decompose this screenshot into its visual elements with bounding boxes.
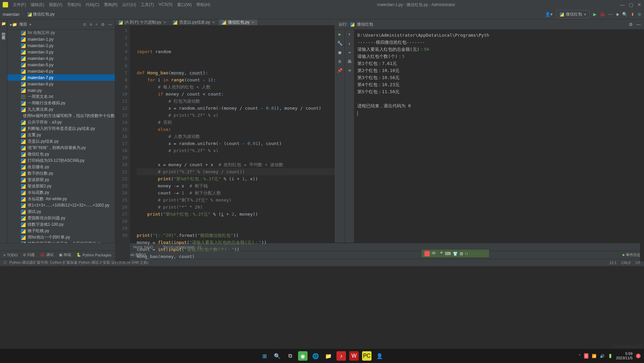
tree-item[interactable]: maierdan-2.py xyxy=(7,42,115,49)
tree-item[interactable]: maierdan-8.py xyxy=(7,81,115,87)
ime-icon[interactable]: S xyxy=(584,353,588,359)
clear-icon[interactable]: ⌫ xyxy=(348,68,351,73)
menu-item[interactable]: 编辑(E) xyxy=(29,1,46,9)
netease-icon[interactable]: ♪ xyxy=(336,351,346,361)
close-tab-icon[interactable]: ✕ xyxy=(252,21,254,24)
search-everywhere-icon[interactable]: 🔍 xyxy=(622,12,627,17)
gutter[interactable]: 1234567891011121314151617181920212223242… xyxy=(115,26,130,261)
rerun-icon[interactable]: ▶ xyxy=(339,32,341,37)
menu-item[interactable]: VCS(S) xyxy=(157,1,174,9)
more-run-icon[interactable]: ⋯ xyxy=(608,12,613,17)
tree-item[interactable]: 求1+2+3+......+100和12+22+32+......+1002.p… xyxy=(7,202,115,209)
run-config-selector[interactable]: 微信红包 ▾ xyxy=(556,10,590,19)
tree-item[interactable]: 斐波那契2.py xyxy=(7,183,115,189)
close-icon[interactable]: ✕ xyxy=(637,2,641,7)
notification-badge-icon[interactable]: 2 xyxy=(636,354,641,358)
problems-tab[interactable]: ⊘ 问题 xyxy=(23,252,35,257)
search-icon[interactable]: 🔍 xyxy=(272,351,282,361)
editor-tab[interactable]: 微信红包.py✕ xyxy=(219,20,258,25)
terminal-tab[interactable]: ▣ 终端 xyxy=(59,252,71,257)
menu-item[interactable]: 运行(U) xyxy=(120,1,138,9)
avatar-icon[interactable]: 👤 xyxy=(375,351,384,361)
tree-item[interactable]: 使用for循环的方法编写程序，找出7的倍数中十位数为... xyxy=(7,113,115,119)
ide-update-icon[interactable]: ⬆ xyxy=(631,12,634,17)
minimize-icon[interactable]: — xyxy=(620,2,625,7)
tree-item[interactable]: maierdan-7.py xyxy=(7,74,115,81)
pycharm-icon[interactable]: PC xyxy=(362,351,372,361)
windows-taskbar[interactable]: ⊞ 🔍 ⧉ ◉ 🌐 📁 ♪ W PC 👤 ˄ S 📶 🔊 🔋 5:59 2023… xyxy=(0,349,644,363)
pin-icon[interactable]: 📌 xyxy=(337,68,343,73)
console-output[interactable]: D:\Users\Administrator\AppData\Local\Pro… xyxy=(354,30,644,243)
stop-icon[interactable]: ■ xyxy=(339,50,341,55)
tree-item[interactable]: 猜数字游戏1-100.py xyxy=(7,221,115,228)
volume-icon[interactable]: 🔊 xyxy=(600,354,605,358)
breadcrumb-root[interactable]: maierdan xyxy=(3,12,20,17)
tree-item[interactable]: 测试.py xyxy=(7,209,115,215)
explorer-icon[interactable]: 📁 xyxy=(324,351,333,361)
tree-item[interactable]: maierdan-3.py xyxy=(7,49,115,55)
tree-item[interactable]: maierdan-5.py xyxy=(7,62,115,68)
ime-toolbar[interactable]: 中🎤⌨👕⊞∷ xyxy=(422,250,489,257)
notifications-icon[interactable]: ☐ xyxy=(3,260,7,265)
debug-button-icon[interactable]: 🐞 xyxy=(600,12,605,17)
menu-item[interactable]: 视图(V) xyxy=(47,1,64,9)
tree-item[interactable]: 否是以.py结束.py xyxy=(7,138,115,145)
tree-item[interactable]: for 绘制五环.py xyxy=(7,30,115,36)
menu-item[interactable]: 导航(N) xyxy=(65,1,83,9)
taskbar-clock[interactable]: 5:59 2023/11/5 xyxy=(616,352,633,360)
settings-icon[interactable]: ⚙ xyxy=(101,22,105,27)
tree-item[interactable]: 猴子吃桃.py xyxy=(7,228,115,234)
maximize-icon[interactable]: ▢ xyxy=(629,2,633,7)
battery-icon[interactable]: 🔋 xyxy=(608,354,613,358)
breadcrumb-file[interactable]: 微信红包.py xyxy=(33,11,55,17)
app-icon[interactable]: ◉ xyxy=(298,351,308,361)
ime-s-icon[interactable] xyxy=(424,251,430,256)
editor-tab[interactable]: (A 到 F) 十六进制.py✕ xyxy=(115,20,170,25)
tree-item[interactable]: 境"和"特殊"，则将内容替换为.py xyxy=(7,145,115,151)
tree-item[interactable]: 水仙花数 -for-while.py xyxy=(7,196,115,202)
todo-tab[interactable]: ≡ TODO xyxy=(3,253,18,257)
tree-item[interactable]: 的数字符获取出来产生一个新的字符串.py xyxy=(7,241,115,243)
collapse-icon[interactable]: ≡ xyxy=(90,22,92,27)
tray-chevron-icon[interactable]: ˄ xyxy=(579,354,581,358)
menu-item[interactable]: 窗口(W) xyxy=(175,1,194,9)
print-icon[interactable]: 🖶 xyxy=(347,59,352,64)
tree-item[interactable]: 一周英文名.txt xyxy=(7,94,115,100)
menu-item[interactable]: 文件(F) xyxy=(11,1,28,9)
user-icon[interactable]: 👤▾ xyxy=(545,12,553,17)
project-tree[interactable]: for 绘制五环.pymaierdan-1.pymaierdan-2.pymai… xyxy=(7,30,115,243)
tree-item[interactable]: maierdan-1.py xyxy=(7,36,115,42)
project-tool-icon[interactable]: 📁 xyxy=(1,22,6,26)
tree-item[interactable]: 判断输入的字符串是否是以.py结束.py xyxy=(7,125,115,132)
settings-icon[interactable]: ⚙ xyxy=(638,12,641,17)
menu-item[interactable]: 工具(T) xyxy=(139,1,156,9)
tree-item[interactable]: 改后缀名.py xyxy=(7,164,115,170)
layout-icon[interactable]: ≣ xyxy=(339,59,341,64)
tree-item[interactable]: 用for画出一个四叶草.py xyxy=(7,234,115,241)
tree-item[interactable]: 数字的位数.py xyxy=(7,170,115,177)
tree-item[interactable]: maierdan-4.py xyxy=(7,55,115,62)
close-tab-icon[interactable]: ✕ xyxy=(163,21,166,24)
tree-item[interactable]: 微信红包.py xyxy=(7,151,115,157)
tree-item[interactable]: 公共字符有：a3.py xyxy=(7,119,115,125)
debug-tab[interactable]: 🐞 调试 xyxy=(40,252,54,257)
tree-item[interactable]: 斐波那契.py xyxy=(7,177,115,183)
menu-item[interactable]: 帮助(H) xyxy=(194,1,212,9)
tree-item[interactable]: 爱因斯坦台阶问题.py xyxy=(7,215,115,221)
run-button-icon[interactable]: ▶ xyxy=(593,12,597,17)
tools-icon[interactable]: 🔧 xyxy=(337,41,343,46)
settings-icon[interactable]: ⚙ xyxy=(629,22,633,27)
stop-icon[interactable]: ■ xyxy=(616,12,619,17)
tree-item[interactable]: main.py xyxy=(7,87,115,94)
task-view-icon[interactable]: ⧉ xyxy=(285,351,295,361)
edge-icon[interactable]: 🌐 xyxy=(311,351,320,361)
tree-item[interactable]: 一周银行业务模拟.py xyxy=(7,100,115,106)
wps-icon[interactable]: W xyxy=(349,351,359,361)
hide-icon[interactable]: — xyxy=(108,22,112,27)
close-tab-icon[interactable]: ✕ xyxy=(212,21,215,24)
target-icon[interactable]: ⊙ xyxy=(83,22,86,27)
start-icon[interactable]: ⊞ xyxy=(260,351,269,361)
soft-wrap-icon[interactable]: ⇥ xyxy=(348,50,351,55)
down-icon[interactable]: ↓ xyxy=(348,41,351,46)
menu-item[interactable]: 代码(C) xyxy=(84,1,101,9)
